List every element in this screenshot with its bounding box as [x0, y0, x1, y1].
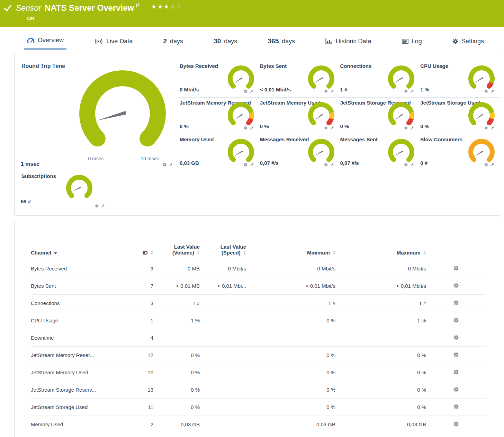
gauge-settings-gear-icon[interactable] [484, 126, 488, 130]
tab-2-days[interactable]: 2days [160, 37, 186, 50]
cell-last-value-speed [200, 364, 246, 381]
tab-label: days [224, 38, 237, 45]
gauge-pin-icon[interactable] [410, 126, 414, 130]
cell-minimum: 0 % [246, 364, 335, 381]
gauge-settings-gear-icon[interactable] [244, 163, 248, 167]
gauge-max-label: 10 msec [134, 156, 165, 161]
gauge-pin-icon[interactable] [490, 126, 494, 130]
cell-channel[interactable]: JetStream Memory Used [31, 364, 132, 381]
tab-historic-data[interactable]: Historic Data [323, 38, 374, 50]
gauge-pin-icon[interactable] [490, 163, 494, 167]
gauge-pin-icon[interactable] [330, 126, 334, 130]
gauge-settings-gear-icon[interactable] [163, 163, 166, 167]
cell-last-value-volume: 1 % [153, 312, 200, 329]
gauge-jetstream-memory-used: JetStream Memory Used0 % [259, 98, 340, 134]
gauge-pin-icon[interactable] [330, 89, 334, 93]
gauge-pin-icon[interactable] [250, 163, 254, 167]
channel-settings-gear-icon[interactable] [453, 421, 459, 427]
gauge-settings-gear-icon[interactable] [404, 163, 408, 167]
gauge-settings-gear-icon[interactable] [95, 204, 99, 208]
gauge-pin-icon[interactable] [330, 163, 334, 167]
cell-channel[interactable]: Memory Used [31, 416, 132, 433]
table-row: Bytes Sent7< 0,01 MB< 0,01 Mbi...< 0,01 … [31, 277, 486, 295]
channel-settings-gear-icon[interactable] [453, 387, 459, 392]
tab-label: days [170, 38, 183, 45]
cell-minimum: 0 Mbit/s [246, 260, 335, 277]
gauge-value: 1 msec [21, 161, 39, 167]
gauge-pin-icon[interactable] [490, 89, 494, 93]
channel-settings-gear-icon[interactable] [453, 266, 459, 271]
column-header-id[interactable]: ID [132, 242, 153, 260]
gauge-connections: Connections1 # [340, 61, 420, 98]
flag-icon[interactable] [136, 3, 140, 8]
channel-settings-gear-icon[interactable] [453, 369, 459, 375]
gauge-settings-gear-icon[interactable] [244, 126, 248, 130]
cell-last-value-volume: 0 MB [153, 260, 200, 277]
tab-number: 2 [163, 37, 167, 45]
channel-settings-gear-icon[interactable] [453, 300, 459, 305]
gauge-pin-icon[interactable] [410, 163, 414, 167]
gauge-settings-gear-icon[interactable] [244, 89, 248, 93]
cell-last-value-speed [200, 295, 246, 312]
cell-channel[interactable]: JetStream Storage Used [31, 399, 132, 416]
gauge-settings-gear-icon[interactable] [484, 163, 488, 167]
channel-settings-gear-icon[interactable] [453, 352, 459, 357]
column-header-min[interactable]: Minimum [246, 242, 335, 260]
column-header-max[interactable]: Maximum [335, 242, 426, 260]
cell-channel[interactable]: JetStream Memory Reser... [31, 347, 132, 364]
gear-icon [452, 38, 458, 44]
star-empty-icon[interactable]: ☆ [176, 3, 182, 10]
cell-id: 2 [132, 416, 153, 433]
gauge-settings-gear-icon[interactable] [484, 89, 488, 93]
tab-365-days[interactable]: 365days [265, 37, 298, 50]
tab-settings[interactable]: Settings [450, 38, 487, 50]
table-row: CPU Usage11 %0 %1 % [31, 312, 486, 329]
gauge-settings-gear-icon[interactable] [404, 126, 408, 130]
cell-last-value-volume: 0 % [153, 364, 200, 381]
cell-id: 9 [132, 260, 153, 277]
cell-maximum [335, 329, 426, 347]
star-empty-icon[interactable]: ☆ [170, 3, 176, 10]
channel-settings-gear-icon[interactable] [453, 283, 459, 288]
gauge-pin-icon[interactable] [250, 89, 254, 93]
tab-live-data[interactable]: Live Data [91, 38, 135, 50]
cell-channel[interactable]: Downtime [31, 329, 132, 347]
cell-channel[interactable]: JetStream Storage Reserv... [31, 381, 132, 399]
gauge-pin-icon[interactable] [410, 89, 414, 93]
cell-last-value-volume: 0 % [153, 381, 200, 399]
gauge-pin-icon[interactable] [250, 126, 254, 130]
column-header-lvs[interactable]: Last Value(Speed) [200, 242, 246, 260]
cell-channel[interactable]: Connections [31, 295, 132, 312]
gauge-pin-icon[interactable] [101, 204, 105, 208]
star-filled-icon[interactable]: ★ [157, 3, 163, 10]
gauge-value: 0 Mbit/s [180, 87, 199, 92]
status-badge: OK [27, 15, 35, 21]
gauge-settings-gear-icon[interactable] [324, 163, 328, 167]
cell-channel[interactable]: Bytes Sent [31, 277, 132, 295]
cell-last-value-volume: 0 % [153, 347, 200, 364]
channel-settings-gear-icon[interactable] [453, 404, 459, 409]
gauges-panel: Round Trip Time 0 msec 10 msec 1 msec By… [14, 54, 500, 216]
cell-channel[interactable]: CPU Usage [31, 312, 132, 329]
channel-settings-gear-icon[interactable] [453, 335, 459, 340]
cell-maximum: 0 % [335, 364, 426, 381]
table-row: Downtime-4 [31, 329, 486, 347]
cell-channel[interactable]: Bytes Received [31, 260, 132, 277]
chart-icon [325, 38, 332, 44]
gauge-settings-gear-icon[interactable] [324, 89, 328, 93]
tab-log[interactable]: Log [399, 38, 425, 50]
column-header-channel[interactable]: Channel [31, 242, 132, 260]
gauge-settings-gear-icon[interactable] [324, 126, 328, 130]
column-header-lvv[interactable]: Last Value(Volume) [153, 242, 200, 260]
cell-last-value-speed: 0 Mbit/s [200, 260, 246, 277]
channel-settings-gear-icon[interactable] [453, 318, 459, 323]
gauge-pin-icon[interactable] [169, 163, 173, 167]
star-filled-icon[interactable]: ★ [164, 3, 170, 10]
tab-overview[interactable]: Overview [24, 37, 66, 50]
gauge-title: Round Trip Time [21, 63, 178, 69]
cell-minimum [246, 329, 335, 347]
tab-30-days[interactable]: 30days [211, 37, 240, 50]
gauge-settings-gear-icon[interactable] [404, 89, 408, 93]
star-filled-icon[interactable]: ★ [151, 3, 157, 10]
cell-minimum: 0 % [246, 381, 335, 399]
